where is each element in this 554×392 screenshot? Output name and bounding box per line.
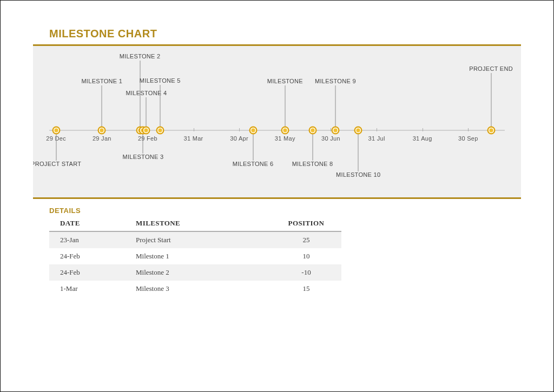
axis-tick-label: 30 Jun [321,135,340,142]
axis-tick-label: 31 Mar [184,135,203,142]
milestone-marker [156,127,164,135]
milestone-stem [102,85,102,130]
table-row: 23-JanProject Start25 [49,231,341,248]
cell-milestone: Milestone 1 [125,248,266,264]
milestone-label: MILESTONE 9 [315,78,356,84]
milestone-stem [491,73,491,130]
milestone-marker [52,127,60,135]
axis-tick [194,128,194,131]
milestone-label: MILESTONE [267,78,303,84]
axis-tick-label: 31 May [275,135,295,142]
cell-milestone: Milestone 2 [125,264,266,281]
table-row: 24-FebMilestone 2-10 [49,264,341,281]
axis-tick [468,128,469,131]
col-position: POSITION [266,217,341,231]
col-milestone: MILESTONE [125,217,266,231]
milestone-stem [160,85,160,130]
cell-position: -10 [266,264,341,281]
axis-tick-label: 30 Sep [458,135,478,142]
cell-date: 1-Mar [49,281,125,297]
page-title: MILESTONE CHART [49,28,505,40]
milestone-marker [308,127,316,135]
milestone-marker [487,127,495,135]
milestone-label: MILESTONE 3 [123,154,164,160]
cell-date: 24-Feb [49,264,125,281]
table-row: 1-MarMilestone 315 [49,281,341,297]
cell-position: 25 [266,231,341,248]
table-row: 24-FebMilestone 110 [49,248,341,264]
milestone-stem [285,85,285,130]
milestone-marker [331,127,339,135]
milestone-label: MILESTONE 6 [233,161,274,167]
milestone-label: MILESTONE 10 [336,171,380,178]
milestone-label: MILESTONE 4 [126,90,167,96]
cell-milestone: Project Start [125,231,266,248]
milestone-marker [142,127,150,135]
axis-tick-label: 31 Jul [368,135,385,142]
milestone-stem [56,131,56,161]
axis-tick [239,128,240,131]
milestone-label: MILESTONE 5 [140,77,181,84]
milestone-label: MILESTONE 1 [81,78,122,84]
milestone-stem [335,85,335,130]
axis-tick-label: 29 Feb [138,135,157,142]
milestone-marker [354,127,362,135]
milestone-label: MILESTONE 8 [292,161,333,167]
axis-tick [423,128,423,131]
milestone-chart: 29 Dec29 Jan29 Feb31 Mar30 Apr31 May30 J… [33,46,521,197]
page: MILESTONE CHART 29 Dec29 Jan29 Feb31 Mar… [0,0,554,392]
cell-milestone: Milestone 3 [125,281,266,297]
cell-date: 23-Jan [49,231,125,248]
milestone-marker [98,127,106,135]
details-heading: DETAILS [33,199,521,217]
details-table: DATE MILESTONE POSITION 23-JanProject St… [49,217,341,297]
milestone-label: PROJECT END [469,65,513,72]
cell-position: 15 [266,281,341,297]
milestone-stem [146,97,147,130]
milestone-marker [249,127,257,135]
cell-date: 24-Feb [49,248,125,264]
axis-line [49,130,505,131]
axis-tick-label: 31 Aug [413,135,432,142]
milestone-stem [312,131,313,161]
table-header-row: DATE MILESTONE POSITION [49,217,341,231]
milestone-label: MILESTONE 2 [120,53,161,59]
axis-tick-label: 30 Apr [230,135,248,142]
milestone-stem [253,131,253,161]
col-date: DATE [49,217,125,231]
milestone-label: PROJECT START [33,161,81,167]
axis-tick [377,128,377,131]
milestone-stem [358,131,359,171]
title-area: MILESTONE CHART [33,28,521,44]
milestone-marker [281,127,289,135]
cell-position: 10 [266,248,341,264]
axis-tick-label: 29 Jan [93,135,111,142]
